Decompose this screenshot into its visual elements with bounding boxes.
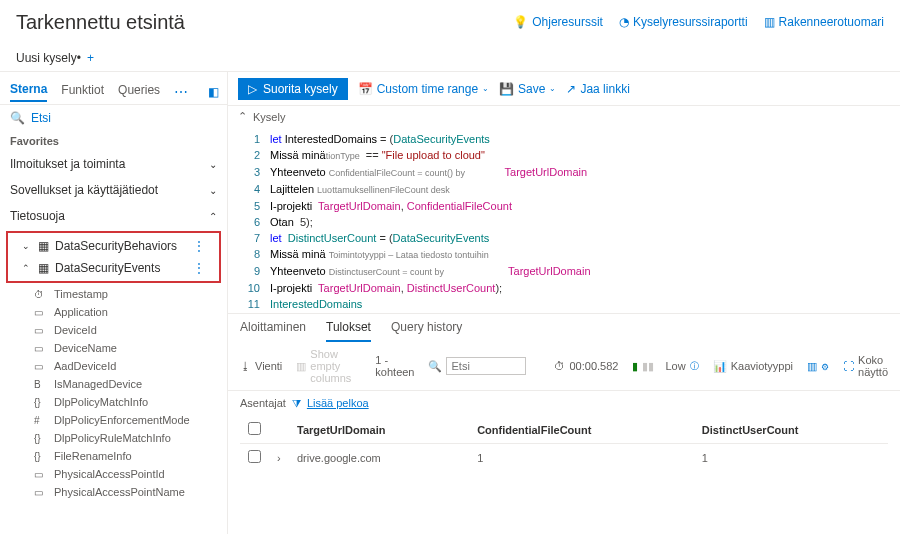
tab-query-history[interactable]: Query history: [391, 320, 462, 342]
field-type-icon: ▭: [34, 361, 48, 372]
field-deviceid[interactable]: ▭DeviceId: [0, 321, 227, 339]
query-tab[interactable]: Uusi kysely•: [16, 51, 81, 65]
table-datasecuritybehaviors[interactable]: ⌄ ▦ DataSecurityBehaviors ⋮: [8, 235, 219, 257]
query-editor[interactable]: 1let InterestedDomains = (DataSecurityEv…: [228, 127, 900, 313]
chevron-down-icon: ⌄: [209, 185, 217, 196]
section-apps[interactable]: Sovellukset ja käyttäjätiedot ⌄: [0, 177, 227, 203]
chevron-up-icon: ⌃: [22, 263, 32, 273]
more-tabs-icon[interactable]: ⋯: [174, 84, 188, 100]
field-timestamp[interactable]: ⏱Timestamp: [0, 285, 227, 303]
customize-columns-button[interactable]: ▥⚙: [807, 360, 829, 373]
functions-tab[interactable]: Funktiot: [61, 83, 104, 101]
chevron-up-icon[interactable]: ⌃: [238, 110, 247, 123]
field-type-icon: {}: [34, 451, 48, 462]
result-count: 1 -kohteen: [375, 354, 414, 378]
add-filter-link[interactable]: Lisää pelkoa: [307, 397, 369, 410]
gauge-icon: ◔: [619, 15, 629, 29]
expand-icon: ⛶: [843, 360, 854, 372]
help-link[interactable]: 💡Ohjeresurssit: [513, 15, 603, 29]
chevron-down-icon: ⌄: [209, 159, 217, 170]
run-query-button[interactable]: ▷Suorita kysely: [238, 78, 348, 100]
search-icon: 🔍: [428, 360, 442, 373]
fullscreen-button[interactable]: ⛶Koko näyttö: [843, 354, 888, 378]
table-datasecurityevents[interactable]: ⌃ ▦ DataSecurityEvents ⋮: [8, 257, 219, 279]
play-icon: ▷: [248, 82, 257, 96]
field-dlppolicyrulematchinfo[interactable]: {}DlpPolicyRuleMatchInfo: [0, 429, 227, 447]
result-search[interactable]: 🔍: [428, 357, 526, 375]
query-label: Kysely: [253, 111, 285, 123]
field-filerenameinfo[interactable]: {}FileRenameInfo: [0, 447, 227, 465]
schema-link[interactable]: ▥Rakenneerotuomari: [764, 15, 884, 29]
schema-tab[interactable]: Sterna: [10, 82, 47, 102]
filters-label: Asentajat: [240, 397, 286, 410]
field-dlppolicyenforcementmode[interactable]: #DlpPolicyEnforcementMode: [0, 411, 227, 429]
field-type-icon: ▭: [34, 487, 48, 498]
chevron-down-icon: ⌄: [549, 84, 556, 93]
field-type-icon: ▭: [34, 469, 48, 480]
field-dlppolicymatchinfo[interactable]: {}DlpPolicyMatchInfo: [0, 393, 227, 411]
field-type-icon: {}: [34, 433, 48, 444]
empty-columns-toggle[interactable]: ▥Show empty columns: [296, 348, 361, 384]
section-notifications[interactable]: Ilmoitukset ja toiminta ⌄: [0, 151, 227, 177]
columns-icon: ▥: [296, 360, 306, 373]
filter-icon[interactable]: ⧩: [292, 397, 301, 410]
chart-icon: 📊: [713, 360, 727, 373]
sidebar: Sterna Funktiot Queries ⋯ ◧ 🔍 Etsi Favor…: [0, 72, 228, 534]
field-physicalaccesspointname[interactable]: ▭PhysicalAccessPointName: [0, 483, 227, 501]
schema-search[interactable]: 🔍 Etsi: [0, 105, 227, 131]
table-icon: ▦: [38, 261, 49, 275]
table-row[interactable]: › drive.google.com 1 1: [240, 444, 888, 472]
panel-toggle-icon[interactable]: ◧: [208, 85, 219, 99]
results-grid: TargetUrlDomain ConfidentialFileCount Di…: [228, 416, 900, 471]
export-button[interactable]: ⭳Vienti: [240, 360, 282, 372]
field-type-icon: ▭: [34, 343, 48, 354]
field-type-icon: #: [34, 415, 48, 426]
expand-row-icon[interactable]: ›: [269, 444, 289, 472]
select-all-checkbox[interactable]: [248, 422, 261, 435]
col-targeturldomain[interactable]: TargetUrlDomain: [289, 416, 469, 444]
page-title: Tarkennettu etsintä: [16, 11, 513, 34]
field-type-icon: ▭: [34, 307, 48, 318]
field-type-icon: ⏱: [34, 289, 48, 300]
section-dataprotection[interactable]: Tietosuoja ⌃: [0, 203, 227, 229]
field-type-icon: ▭: [34, 325, 48, 336]
share-icon: ↗: [566, 82, 576, 96]
chevron-down-icon: ⌄: [482, 84, 489, 93]
query-time: ⏱00:00.582: [554, 360, 618, 372]
chevron-down-icon: ⌄: [22, 241, 32, 251]
report-link[interactable]: ◔Kyselyresurssiraportti: [619, 15, 748, 29]
field-type-icon: {}: [34, 397, 48, 408]
table-icon: ▦: [38, 239, 49, 253]
tab-getting-started[interactable]: Aloittaminen: [240, 320, 306, 342]
download-icon: ⭳: [240, 360, 251, 372]
clock-icon: ⏱: [554, 360, 565, 372]
col-confidentialfilecount[interactable]: ConfidentialFileCount: [469, 416, 694, 444]
time-range-dropdown[interactable]: 📅Custom time range⌄: [358, 82, 489, 96]
col-distinctusercount[interactable]: DistinctUserCount: [694, 416, 888, 444]
row-checkbox[interactable]: [248, 450, 261, 463]
calendar-icon: 📅: [358, 82, 373, 96]
field-ismanageddevice[interactable]: BIsManagedDevice: [0, 375, 227, 393]
info-icon[interactable]: ⓘ: [690, 360, 699, 373]
share-button[interactable]: ↗Jaa linkki: [566, 82, 629, 96]
save-dropdown[interactable]: 💾Save⌄: [499, 82, 556, 96]
field-devicename[interactable]: ▭DeviceName: [0, 339, 227, 357]
favorites-label: Favorites: [0, 131, 227, 151]
schema-icon: ▥: [764, 15, 775, 29]
chart-type-button[interactable]: 📊Kaaviotyyppi: [713, 360, 793, 373]
bulb-icon: 💡: [513, 15, 528, 29]
search-icon: 🔍: [10, 111, 25, 125]
resource-low: ▮▮▮ Lowⓘ: [632, 360, 698, 373]
tab-results[interactable]: Tulokset: [326, 320, 371, 342]
new-tab-button[interactable]: +: [87, 51, 94, 65]
chevron-up-icon: ⌃: [209, 211, 217, 222]
more-icon[interactable]: ⋮: [193, 261, 205, 275]
more-icon[interactable]: ⋮: [193, 239, 205, 253]
highlighted-tables: ⌄ ▦ DataSecurityBehaviors ⋮ ⌃ ▦ DataSecu…: [6, 231, 221, 283]
save-icon: 💾: [499, 82, 514, 96]
field-application[interactable]: ▭Application: [0, 303, 227, 321]
field-physicalaccesspointid[interactable]: ▭PhysicalAccessPointId: [0, 465, 227, 483]
result-search-input[interactable]: [446, 357, 526, 375]
field-aaddeviceid[interactable]: ▭AadDeviceId: [0, 357, 227, 375]
queries-tab[interactable]: Queries: [118, 83, 160, 101]
